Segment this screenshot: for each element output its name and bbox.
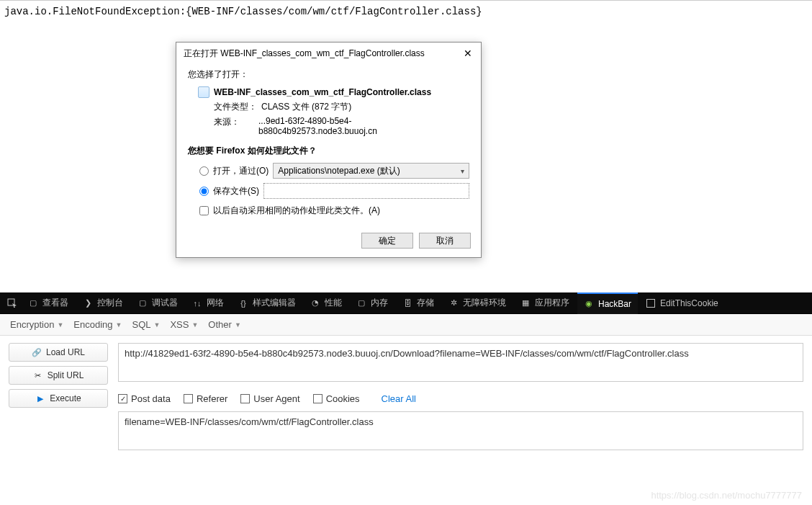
dialog-titlebar: 正在打开 WEB-INF_classes_com_wm_ctf_FlagCont… — [176, 43, 481, 64]
tab-inspector[interactable]: ▢查看器 — [22, 292, 75, 314]
download-dialog: 正在打开 WEB-INF_classes_com_wm_ctf_FlagCont… — [176, 42, 482, 258]
referer-checkbox[interactable]: Referer — [184, 393, 227, 404]
save-file-label: 保存文件(S) — [213, 185, 259, 197]
filetype-label: 文件类型： — [214, 101, 257, 113]
url-input[interactable]: http://41829ed1-63f2-4890-b5e4-b880c4b92… — [118, 343, 803, 382]
inspector-icon: ▢ — [28, 298, 38, 308]
tab-editthiscookie[interactable]: EditThisCookie — [639, 292, 725, 314]
cookies-checkbox[interactable]: Cookies — [313, 393, 360, 404]
filetype-value: CLASS 文件 (872 字节) — [261, 101, 351, 113]
source-value: ...9ed1-63f2-4890-b5e4-b880c4b92573.node… — [258, 116, 469, 136]
close-icon[interactable]: ✕ — [459, 45, 477, 62]
execute-button[interactable]: ▶Execute — [9, 389, 108, 408]
save-dotted-area — [263, 183, 469, 199]
console-icon: ❯ — [83, 298, 93, 308]
debugger-icon: ▢ — [137, 298, 148, 308]
load-icon: 🔗 — [32, 347, 42, 357]
storage-icon: 🗄 — [402, 298, 412, 308]
dropdown-xss[interactable]: XSS▼ — [170, 319, 198, 330]
tab-apps[interactable]: ▦应用程序 — [514, 292, 576, 314]
element-picker-icon[interactable] — [4, 295, 20, 311]
exception-message: java.io.FileNotFoundException:{WEB-INF/c… — [0, 1, 812, 17]
tab-accessibility[interactable]: ✲无障碍环境 — [442, 292, 513, 314]
dropdown-sql[interactable]: SQL▼ — [132, 319, 160, 330]
watermark: https://blog.csdn.net/mochu7777777 — [651, 490, 802, 501]
apps-icon: ▦ — [520, 298, 531, 308]
split-url-button[interactable]: ✂Split URL — [9, 366, 108, 385]
cancel-button[interactable]: 取消 — [419, 233, 471, 249]
tab-style[interactable]: {}样式编辑器 — [232, 292, 302, 314]
dropdown-encryption[interactable]: Encryption▼ — [10, 319, 63, 330]
open-with-radio[interactable] — [199, 166, 209, 176]
memory-icon: ▢ — [356, 298, 366, 308]
execute-icon: ▶ — [35, 393, 45, 403]
caret-down-icon: ▼ — [116, 321, 122, 329]
caret-down-icon: ▼ — [154, 321, 161, 329]
tab-memory[interactable]: ▢内存 — [350, 292, 394, 314]
dropdown-encoding[interactable]: Encoding▼ — [73, 319, 122, 330]
hackbar-icon: ◉ — [584, 299, 594, 309]
dialog-filename: WEB-INF_classes_com_wm_ctf_FlagControlle… — [214, 87, 431, 97]
open-with-app: Applications\notepad.exe (默认) — [278, 165, 400, 177]
caret-down-icon: ▼ — [235, 321, 241, 329]
dropdown-other[interactable]: Other▼ — [208, 319, 240, 330]
source-label: 来源： — [214, 116, 254, 136]
split-icon: ✂ — [33, 370, 43, 380]
file-icon — [198, 86, 209, 98]
useragent-checkbox[interactable]: User Agent — [240, 393, 299, 404]
cookie-icon — [646, 298, 656, 308]
tab-storage[interactable]: 🗄存储 — [396, 292, 441, 314]
tab-performance[interactable]: ◔性能 — [304, 292, 348, 314]
tab-hackbar[interactable]: ◉HackBar — [577, 292, 638, 314]
open-with-label: 打开，通过(O) — [213, 165, 269, 177]
tab-console[interactable]: ❯控制台 — [76, 292, 130, 314]
style-icon: {} — [238, 298, 248, 308]
tab-network[interactable]: ↑↓网络 — [186, 292, 230, 314]
chevron-down-icon: ▾ — [461, 167, 464, 175]
save-file-radio[interactable] — [199, 187, 209, 196]
devtools-tabstrip: ▢查看器 ❯控制台 ▢调试器 ↑↓网络 {}样式编辑器 ◔性能 ▢内存 🗄存储 … — [0, 292, 812, 314]
caret-down-icon: ▼ — [191, 321, 198, 329]
accessibility-icon: ✲ — [448, 298, 459, 308]
devtools-panel: ▢查看器 ❯控制台 ▢调试器 ↑↓网络 {}样式编辑器 ◔性能 ▢内存 🗄存储 … — [0, 292, 812, 505]
clear-all-link[interactable]: Clear All — [382, 393, 416, 404]
load-url-button[interactable]: 🔗Load URL — [9, 343, 108, 362]
dialog-chosen-label: 您选择了打开： — [188, 68, 469, 81]
dialog-action-question: 您想要 Firefox 如何处理此文件？ — [188, 145, 469, 157]
performance-icon: ◔ — [310, 298, 320, 308]
ok-button[interactable]: 确定 — [361, 233, 413, 249]
hackbar-toolbar: Encryption▼ Encoding▼ SQL▼ XSS▼ Other▼ — [0, 314, 812, 336]
remember-checkbox[interactable] — [199, 206, 209, 215]
postdata-checkbox[interactable]: ✓Post data — [118, 393, 171, 404]
network-icon: ↑↓ — [192, 298, 202, 308]
dialog-title-text: 正在打开 WEB-INF_classes_com_wm_ctf_FlagCont… — [184, 48, 425, 60]
open-with-select[interactable]: Applications\notepad.exe (默认) ▾ — [273, 163, 469, 179]
caret-down-icon: ▼ — [57, 321, 63, 329]
tab-debugger[interactable]: ▢调试器 — [131, 292, 184, 314]
postdata-input[interactable]: filename=WEB-INF/classes/com/wm/ctf/Flag… — [118, 411, 803, 450]
remember-label: 以后自动采用相同的动作处理此类文件。(A) — [213, 205, 380, 217]
